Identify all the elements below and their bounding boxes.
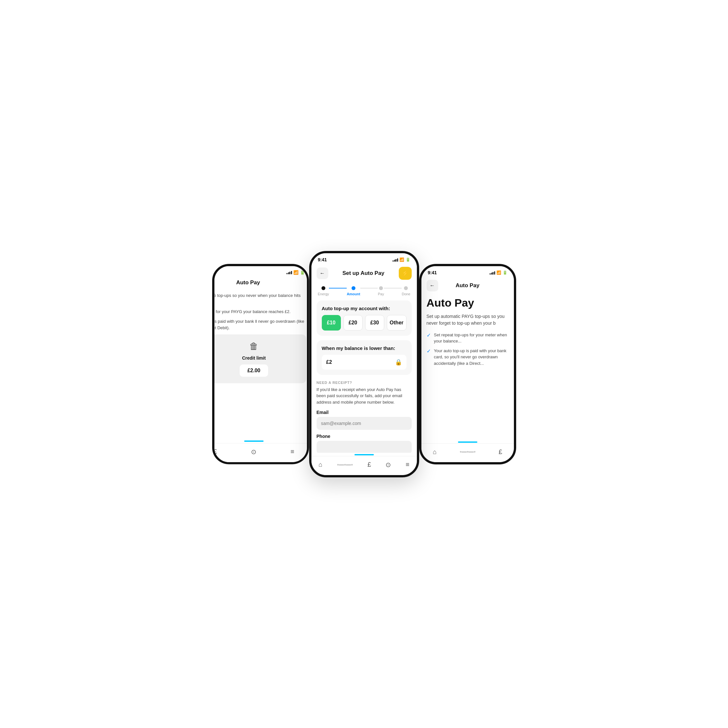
amount-10-button[interactable]: £10	[322, 315, 341, 330]
right-nav-pound[interactable]: £	[496, 447, 505, 457]
center-nav-help[interactable]: ⊙	[382, 460, 394, 470]
left-desc2: op-ups for your PAYG your balance reache…	[212, 309, 306, 315]
signal-icon	[286, 271, 292, 274]
topup-card: Auto top-up my account with: £10 £20 £30…	[317, 300, 412, 336]
step-line-3	[384, 288, 402, 289]
center-wifi-icon: 📶	[399, 257, 404, 262]
center-nav-pound[interactable]: £	[364, 460, 374, 470]
amount-20-button[interactable]: £20	[343, 315, 362, 330]
step-energy-dot	[321, 286, 325, 290]
left-bottom-nav: £ ⊙ ≡	[212, 443, 309, 462]
left-nav-menu[interactable]: ≡	[287, 447, 298, 457]
right-nav-home[interactable]: ⌂	[430, 447, 440, 457]
left-nav-help[interactable]: ⊙	[248, 447, 260, 457]
left-nav-pound[interactable]: £	[212, 447, 220, 457]
amount-grid: £10 £20 £30 Other	[322, 315, 407, 330]
credit-limit-value: £2.00	[240, 364, 268, 377]
right-status-bar: 9:41 📶 🔋	[421, 266, 514, 277]
right-phone: 9:41 📶 🔋 ← Auto Pay	[419, 264, 516, 464]
balance-input-row: £2 🔒	[322, 355, 407, 370]
right-nav-title: Auto Pay	[456, 282, 480, 289]
phone-input[interactable]	[317, 441, 412, 453]
check-text-2: Your auto top-up is paid with your bank …	[434, 348, 509, 367]
left-status-bar: 📶 🔋	[212, 266, 309, 277]
amount-30-button[interactable]: £30	[365, 315, 384, 330]
phone-label: Phone	[317, 434, 412, 439]
check-item-2: ✓ Your auto top-up is paid with your ban…	[427, 348, 509, 367]
center-status-icons: 📶 🔋	[393, 257, 410, 262]
center-pound-icon: £	[367, 461, 371, 468]
right-time: 9:41	[428, 270, 437, 275]
right-bottom-nav: ⌂ ◦—◦—◦ £	[421, 444, 514, 462]
trash-area: 🗑 Credit limit £2.00	[212, 334, 306, 383]
right-nav-activity[interactable]: ◦—◦—◦	[456, 448, 479, 456]
autopay-page-title: Auto Pay	[427, 297, 509, 309]
battery-icon: 🔋	[300, 270, 305, 275]
topup-card-title: Auto top-up my account with:	[322, 306, 407, 311]
wifi-icon: 📶	[293, 270, 298, 275]
check-text-1: Set repeat top-ups for your meter when y…	[434, 332, 509, 344]
right-signal-icon	[489, 271, 495, 275]
center-status-bar: 9:41 📶 🔋	[312, 253, 417, 264]
email-label: Email	[317, 410, 412, 415]
step-line-1	[329, 288, 347, 289]
center-time: 9:41	[318, 257, 327, 262]
receipt-label: NEED A RECEIPT?	[317, 381, 412, 385]
balance-card: When my balance is lower than: £2 🔒	[317, 340, 412, 375]
receipt-section: NEED A RECEIPT? If you'd like a receipt …	[317, 379, 412, 453]
right-content: Auto Pay Set up automatic PAYG top-ups s…	[421, 294, 514, 370]
right-pound-icon: £	[499, 448, 502, 456]
right-wifi-icon: 📶	[496, 271, 501, 275]
step-pay-label: Pay	[378, 292, 384, 296]
pound-icon: £	[213, 448, 217, 455]
balance-value: £2	[326, 359, 332, 365]
center-phone: 9:41 📶 🔋 ← Set up Auto Pay	[309, 251, 419, 477]
check-item-1: ✓ Set repeat top-ups for your meter when…	[427, 332, 509, 344]
progress-stepper: Energy Amount Pay Done	[312, 282, 417, 298]
checkmark-2-icon: ✓	[427, 348, 431, 354]
balance-card-title: When my balance is lower than:	[322, 346, 407, 351]
center-nav-header: ← Set up Auto Pay ⚡	[312, 264, 417, 282]
email-input[interactable]	[317, 417, 412, 430]
lightning-icon: ⚡	[402, 270, 409, 277]
right-back-arrow-icon: ←	[430, 283, 435, 289]
trash-icon: 🗑	[249, 341, 258, 352]
scene: 📶 🔋 Auto Pay c PAYG top-ups so you never…	[186, 251, 542, 477]
back-button[interactable]: ←	[317, 268, 328, 279]
left-desc3: op-up is paid with your bank ll never go…	[212, 318, 306, 331]
right-activity-icon: ◦—◦—◦	[460, 449, 476, 455]
step-energy-label: Energy	[318, 292, 329, 296]
center-menu-icon: ≡	[405, 461, 410, 468]
left-status-icons: 📶 🔋	[286, 270, 305, 275]
right-battery-icon: 🔋	[503, 271, 508, 275]
lock-icon: 🔒	[395, 359, 402, 366]
center-nav-menu[interactable]: ≡	[402, 460, 413, 470]
center-nav-title: Set up Auto Pay	[343, 270, 385, 277]
activity-icon: ◦—◦—◦	[337, 462, 353, 468]
left-phone: 📶 🔋 Auto Pay c PAYG top-ups so you never…	[212, 264, 309, 464]
right-home-icon: ⌂	[433, 448, 437, 456]
center-help-icon: ⊙	[385, 461, 391, 469]
amount-other-button[interactable]: Other	[387, 315, 407, 330]
right-back-button[interactable]: ←	[427, 280, 438, 291]
center-content: Auto top-up my account with: £10 £20 £30…	[312, 298, 417, 453]
autopay-description: Set up automatic PAYG top-ups so you nev…	[427, 313, 509, 327]
right-status-icons: 📶 🔋	[489, 271, 508, 275]
home-icon: ⌂	[318, 461, 323, 468]
receipt-desc: If you'd like a receipt when your Auto P…	[317, 387, 412, 405]
left-desc1: c PAYG top-ups so you never when your ba…	[212, 292, 306, 305]
center-nav-home[interactable]: ⌂	[315, 460, 326, 470]
left-content: c PAYG top-ups so you never when your ba…	[212, 289, 309, 392]
step-done-dot	[404, 286, 408, 290]
checkmark-1-icon: ✓	[427, 332, 431, 338]
step-amount: Amount	[347, 286, 360, 296]
step-amount-dot	[352, 286, 355, 290]
check-list: ✓ Set repeat top-ups for your meter when…	[427, 332, 509, 367]
lightning-button[interactable]: ⚡	[399, 267, 412, 280]
left-nav-title: Auto Pay	[236, 280, 260, 286]
help-icon: ⊙	[251, 448, 257, 456]
center-nav-activity[interactable]: ◦—◦—◦	[334, 460, 356, 469]
back-arrow-icon: ←	[320, 271, 325, 276]
center-battery-icon: 🔋	[405, 257, 410, 262]
step-done-label: Done	[402, 292, 410, 296]
